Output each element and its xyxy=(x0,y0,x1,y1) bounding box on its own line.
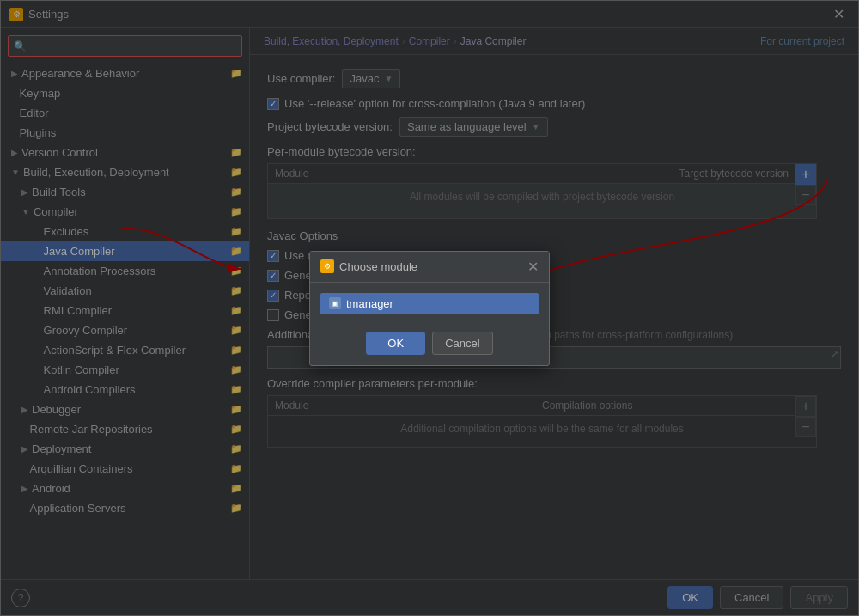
modal-body: ▣ tmanager xyxy=(310,283,549,332)
modal-app-icon: ⚙ xyxy=(320,259,334,273)
modal-overlay: ⚙ Choose module ✕ ▣ tmanager OK Cancel xyxy=(1,1,858,615)
module-list-item[interactable]: ▣ tmanager xyxy=(320,293,539,314)
modal-titlebar: ⚙ Choose module ✕ xyxy=(310,252,549,283)
modal-title-left: ⚙ Choose module xyxy=(320,259,417,273)
settings-window: ⚙ Settings ✕ 🔍 ▶ Appearance & Behavior 📁 xyxy=(0,0,859,616)
modal-ok-button[interactable]: OK xyxy=(366,332,425,355)
modal-buttons: OK Cancel xyxy=(310,332,549,365)
modal-cancel-button[interactable]: Cancel xyxy=(432,332,492,355)
modal-close-button[interactable]: ✕ xyxy=(527,259,539,275)
modal-title: Choose module xyxy=(339,260,417,273)
choose-module-dialog: ⚙ Choose module ✕ ▣ tmanager OK Cancel xyxy=(309,251,550,366)
module-name: tmanager xyxy=(346,297,393,310)
module-icon: ▣ xyxy=(329,297,341,309)
